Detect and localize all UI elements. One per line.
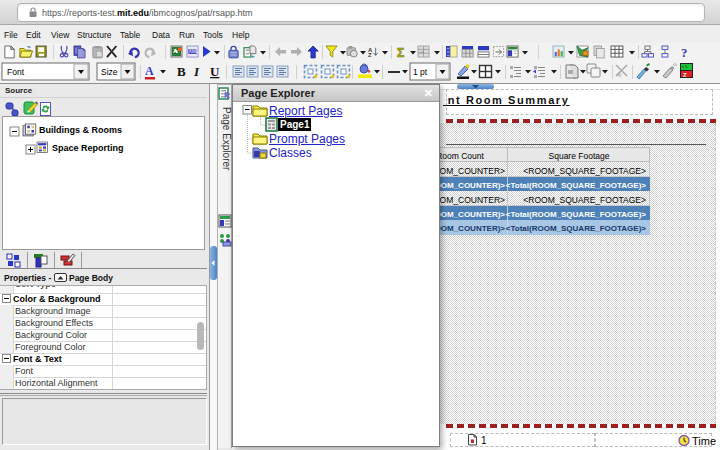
svg-text:?: ? [681, 46, 687, 60]
svg-text:I: I [193, 64, 200, 79]
svg-text:+=: += [419, 50, 424, 54]
svg-text:Z: Z [683, 72, 687, 78]
svg-text:1 pt: 1 pt [413, 67, 428, 77]
svg-text:Size: Size [101, 67, 118, 77]
svg-text:A: A [368, 47, 373, 53]
svg-text:U: U [210, 64, 220, 79]
svg-text:A: A [145, 64, 154, 78]
svg-text:%: % [617, 72, 622, 78]
svg-text:Z: Z [368, 52, 372, 58]
svg-text:Font: Font [7, 67, 25, 77]
svg-text:Σ: Σ [397, 45, 405, 60]
svg-text:B: B [177, 64, 186, 79]
svg-text:XML: XML [189, 49, 199, 54]
